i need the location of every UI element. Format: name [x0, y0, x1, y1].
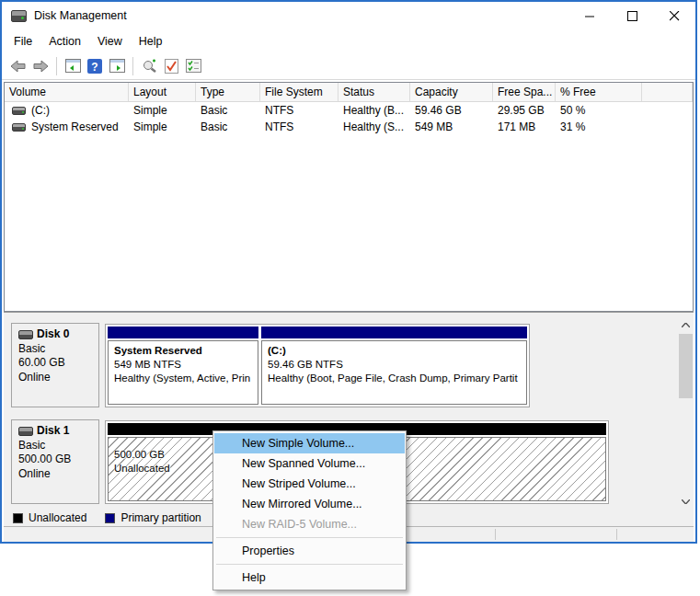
menu-separator: [216, 564, 403, 565]
column-header-status[interactable]: Status: [339, 83, 410, 101]
disk0-partitions: System Reserved 549 MB NTFS Healthy (Sys…: [105, 324, 530, 407]
volume-free: 171 MB: [493, 120, 556, 133]
maximize-icon: [627, 11, 637, 21]
volume-status: Healthy (B...: [339, 104, 410, 117]
scroll-down-icon[interactable]: [678, 494, 694, 510]
volume-free: 29.95 GB: [493, 104, 556, 117]
column-header-filler: [642, 83, 693, 101]
volume-layout: Simple: [129, 104, 196, 117]
rescan-disks-icon[interactable]: [138, 55, 160, 77]
partition-status: Healthy (Boot, Page File, Crash Dump, Pr…: [268, 372, 521, 385]
menu-item-new-raid5-volume[interactable]: New RAID-5 Volume...: [214, 514, 405, 534]
menu-item-new-mirrored-volume[interactable]: New Mirrored Volume...: [214, 494, 405, 514]
minimize-button[interactable]: [568, 2, 611, 29]
column-header-capacity[interactable]: Capacity: [410, 83, 493, 101]
volume-fs: NTFS: [260, 120, 339, 133]
titlebar[interactable]: Disk Management: [2, 2, 695, 29]
check-disk-icon[interactable]: [160, 55, 182, 77]
volume-capacity: 549 MB: [410, 120, 493, 133]
vertical-scrollbar[interactable]: [678, 317, 694, 510]
disk-type: Basic: [18, 342, 98, 357]
menu-file[interactable]: File: [6, 32, 40, 51]
disk-size: 60.00 GB: [18, 356, 98, 371]
console-tree-icon[interactable]: [62, 55, 84, 77]
partition-status: Healthy (System, Active, Prin: [114, 372, 252, 385]
desktop: Disk Management File Action View Help: [0, 0, 700, 596]
scroll-up-icon[interactable]: [678, 317, 694, 333]
column-header-layout[interactable]: Layout: [129, 83, 196, 101]
unallocated-swatch: [13, 513, 23, 523]
volume-list: Volume Layout Type File System Status Ca…: [4, 82, 694, 312]
menu-item-new-spanned-volume[interactable]: New Spanned Volume...: [214, 453, 405, 474]
disk-size: 500.00 GB: [18, 453, 98, 467]
volume-icon: [12, 107, 26, 115]
disk0-info[interactable]: Disk 0 Basic 60.00 GB Online: [11, 323, 99, 407]
action-pane-icon[interactable]: [106, 55, 128, 77]
menubar: File Action View Help: [2, 29, 695, 52]
back-icon[interactable]: [7, 55, 29, 77]
partition-title: System Reserved: [114, 344, 252, 358]
disk-type: Basic: [18, 439, 98, 453]
primary-partition-swatch: [105, 513, 115, 523]
volume-list-header: Volume Layout Type File System Status Ca…: [5, 83, 693, 102]
volume-row-c[interactable]: (C:) Simple Basic NTFS Healthy (B... 59.…: [5, 102, 693, 119]
close-icon: [670, 11, 680, 21]
toolbar-separator: [132, 57, 133, 75]
legend-label-primary-partition: Primary partition: [120, 511, 201, 524]
volume-row-system-reserved[interactable]: System Reserved Simple Basic NTFS Health…: [5, 119, 693, 135]
volume-icon: [12, 123, 26, 132]
disk-name: Disk 0: [37, 327, 69, 342]
volume-type: Basic: [196, 120, 260, 133]
toolbar-separator: [56, 57, 57, 75]
minimize-icon: [585, 11, 595, 21]
disk0-row: Disk 0 Basic 60.00 GB Online System Rese…: [4, 323, 678, 407]
volume-capacity: 59.46 GB: [410, 104, 493, 117]
window-controls: [568, 2, 695, 29]
forward-icon[interactable]: [29, 55, 52, 77]
close-button[interactable]: [653, 2, 695, 29]
menu-separator: [216, 537, 403, 538]
volume-name: (C:): [31, 104, 50, 117]
menu-item-new-simple-volume[interactable]: New Simple Volume...: [214, 433, 405, 453]
legend-label-unallocated: Unallocated: [29, 511, 86, 524]
partition-c[interactable]: (C:) 59.46 GB NTFS Healthy (Boot, Page F…: [261, 327, 527, 405]
column-header-pct-free[interactable]: % Free: [556, 83, 642, 101]
volume-type: Basic: [196, 104, 260, 117]
volume-pct-free: 50 %: [556, 104, 642, 117]
maximize-button[interactable]: [611, 2, 653, 29]
column-header-file-system[interactable]: File System: [260, 83, 339, 101]
column-header-type[interactable]: Type: [196, 83, 260, 101]
disk-management-app-icon: [11, 10, 27, 22]
volume-fs: NTFS: [260, 104, 339, 117]
disk1-info[interactable]: Disk 1 Basic 500.00 GB Online: [11, 419, 99, 504]
window-title: Disk Management: [34, 9, 127, 22]
menu-item-help[interactable]: Help: [214, 567, 405, 588]
partition-system-reserved[interactable]: System Reserved 549 MB NTFS Healthy (Sys…: [108, 327, 258, 405]
task-list-icon[interactable]: [182, 55, 204, 77]
column-header-volume[interactable]: Volume: [5, 83, 129, 101]
help-icon[interactable]: ?: [84, 55, 106, 77]
scrollbar-thumb[interactable]: [679, 334, 693, 398]
menu-view[interactable]: View: [89, 32, 131, 51]
menu-help[interactable]: Help: [131, 32, 171, 51]
partition-color-strip: [261, 327, 527, 338]
menu-item-properties[interactable]: Properties: [214, 541, 405, 561]
partition-size: 549 MB NTFS: [114, 358, 252, 372]
volume-pct-free: 31 %: [556, 120, 642, 133]
menu-item-new-striped-volume[interactable]: New Striped Volume...: [214, 474, 405, 494]
toolbar: ?: [2, 52, 695, 80]
menu-action[interactable]: Action: [40, 32, 89, 51]
disk-status: Online: [18, 371, 98, 385]
partition-size: 59.46 GB NTFS: [268, 358, 521, 372]
statusbar-divider: [495, 529, 496, 540]
statusbar-divider: [616, 529, 617, 540]
partition-color-strip: [108, 327, 258, 338]
partition-title: (C:): [268, 344, 521, 358]
column-header-free-space[interactable]: Free Spa...: [493, 83, 556, 101]
context-menu: New Simple Volume... New Spanned Volume.…: [212, 430, 407, 590]
disk-status: Online: [18, 467, 98, 482]
svg-text:?: ?: [91, 60, 98, 73]
disk-icon: [18, 330, 33, 339]
volume-name: System Reserved: [31, 120, 119, 133]
volume-layout: Simple: [129, 120, 196, 133]
